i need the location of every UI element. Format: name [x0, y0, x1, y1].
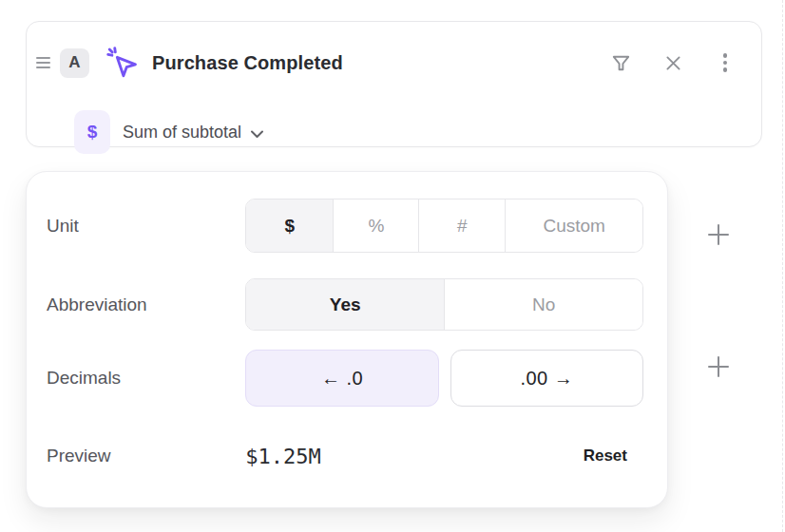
event-title-row: A Purchase Completed — [36, 47, 738, 79]
event-letter-badge: A — [60, 48, 89, 78]
abbreviation-option-no[interactable]: No — [444, 279, 642, 330]
add-button-bottom[interactable] — [705, 353, 732, 380]
preview-label: Preview — [47, 446, 245, 466]
unit-segmented-control: $ % # Custom — [245, 199, 643, 253]
reset-button[interactable]: Reset — [584, 446, 627, 466]
preview-value: $1.25M — [245, 445, 320, 468]
chevron-down-icon[interactable] — [250, 125, 264, 142]
decimals-increase-button[interactable]: .00 → — [450, 350, 643, 407]
preview-row: Preview $1.25M Reset — [47, 433, 643, 479]
abbreviation-row: Abbreviation Yes No — [47, 278, 643, 331]
abbreviation-option-yes[interactable]: Yes — [246, 279, 444, 330]
decimals-label: Decimals — [47, 368, 245, 389]
more-menu-icon[interactable] — [712, 49, 738, 76]
metric-row[interactable]: $ Sum of subtotal — [74, 109, 264, 155]
unit-option-dollar[interactable]: $ — [246, 200, 333, 252]
unit-option-custom[interactable]: Custom — [505, 200, 642, 252]
drag-handle-icon[interactable] — [36, 57, 50, 68]
abbreviation-segmented-control: Yes No — [245, 278, 643, 331]
unit-row: Unit $ % # Custom — [47, 199, 643, 253]
event-title: Purchase Completed — [152, 52, 343, 74]
decimals-row: Decimals ← .0 .00 → — [47, 350, 643, 407]
unit-label: Unit — [47, 216, 245, 237]
event-click-icon — [105, 46, 140, 80]
filter-icon[interactable] — [607, 49, 634, 76]
adjacent-panel-edge — [782, 0, 783, 532]
dollar-badge: $ — [74, 110, 110, 154]
metric-label: Sum of subtotal — [123, 123, 241, 142]
abbreviation-label: Abbreviation — [47, 294, 245, 315]
event-header-card: A Purchase Completed $ Sum of sub — [26, 21, 762, 147]
unit-option-percent[interactable]: % — [333, 200, 418, 252]
decimals-decrease-button[interactable]: ← .0 — [245, 350, 438, 407]
close-icon[interactable] — [660, 49, 686, 76]
decimals-controls: ← .0 .00 → — [245, 350, 643, 407]
number-format-panel: Unit $ % # Custom Abbreviation Yes No De… — [26, 171, 668, 508]
unit-option-number[interactable]: # — [418, 200, 505, 252]
add-button-top[interactable] — [705, 221, 732, 248]
